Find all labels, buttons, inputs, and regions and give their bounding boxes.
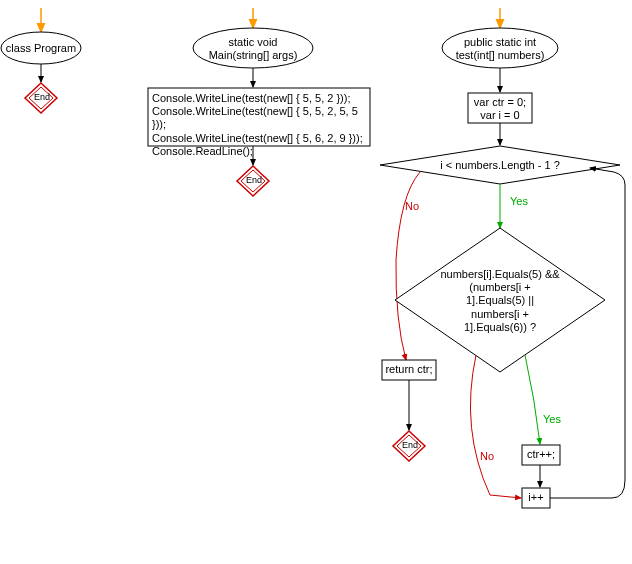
label-n8-l3: 1].Equals(5) || — [466, 294, 534, 306]
label-n5-l2: var i = 0 — [480, 109, 519, 121]
end-text-2: End — [246, 175, 262, 186]
label-n3-l4: Console.ReadLine(); — [152, 145, 253, 157]
label-n1: class Program — [5, 42, 77, 55]
edge-label-no-2: No — [480, 450, 494, 463]
edge-label-yes-2: Yes — [543, 413, 561, 426]
label-n3-l2: Console.WriteLine(test(new[] { 5, 5, 2, … — [152, 105, 358, 130]
label-n4-l1: public static int — [464, 36, 536, 48]
label-n2: static void Main(string[] args) — [205, 36, 301, 62]
label-n8-l2: (numbers[i + — [469, 281, 530, 293]
label-n5: var ctr = 0; var i = 0 — [470, 96, 530, 122]
label-n4-l2: test(int[] numbers) — [456, 49, 545, 61]
label-n6: i < numbers.Length - 1 ? — [420, 159, 580, 172]
label-n2-l2: Main(string[] args) — [209, 49, 298, 61]
label-n8: numbers[i].Equals(5) && (numbers[i + 1].… — [430, 268, 570, 334]
label-n2-l1: static void — [229, 36, 278, 48]
label-n4: public static int test(int[] numbers) — [450, 36, 550, 62]
edge-label-no-1: No — [405, 200, 419, 213]
label-n3: Console.WriteLine(test(new[] { 5, 5, 2 }… — [152, 92, 366, 158]
label-n5-l1: var ctr = 0; — [474, 96, 526, 108]
label-n3-l1: Console.WriteLine(test(new[] { 5, 5, 2 }… — [152, 92, 351, 104]
edge-n8-yes — [525, 355, 540, 444]
label-n9: ctr++; — [522, 448, 560, 461]
edge-label-yes-1: Yes — [510, 195, 528, 208]
label-n10: i++ — [522, 491, 550, 504]
label-n7: return ctr; — [382, 363, 436, 376]
label-n3-l3: Console.WriteLine(test(new[] { 5, 6, 2, … — [152, 132, 363, 144]
end-text-3: End — [402, 440, 418, 451]
edge-n8-no — [470, 355, 521, 498]
end-text-1: End — [34, 92, 50, 103]
label-n8-l4: numbers[i + — [471, 308, 529, 320]
label-n8-l1: numbers[i].Equals(5) && — [440, 268, 559, 280]
label-n8-l5: 1].Equals(6)) ? — [464, 321, 536, 333]
